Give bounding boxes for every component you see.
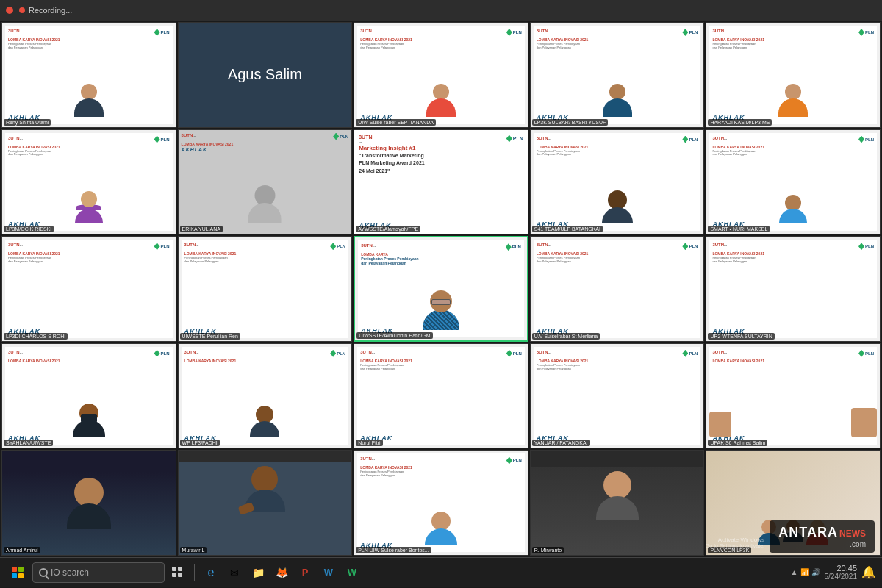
search-placeholder: IO search <box>51 567 89 578</box>
recording-indicator: Recording... <box>19 6 72 15</box>
wifi-icon: 📶 <box>800 568 809 576</box>
participant-name-1: Rehy Shinta Utami <box>4 119 51 126</box>
name-display: Agus Salim <box>228 66 302 83</box>
participant-name-9: S41 TEAM/ULP BATANGKAI <box>532 226 603 232</box>
video-tile-7: 3UTN... PLN LOMBA KARYA INOVASI 2021 AKH… <box>178 129 353 235</box>
video-tile-10: 3UTN... PLN LOMBA KARYA INOVASI 2021 Pen… <box>706 129 881 235</box>
participant-name-22: Murawir L <box>180 547 207 553</box>
participant-name-6: LP3M/OCIK RIESKI <box>4 226 54 232</box>
participant-name-19: YANUAR / FATANGKAI <box>532 440 590 446</box>
video-tile-20: 3UTN... PLN LOMBA KARYA INOVASI 2021 AKH… <box>706 343 881 449</box>
video-tile-17: 3UTN... PLN LOMBA KARYA INOVASI 2021 AKH… <box>178 343 353 449</box>
video-tile-19: 3UTN... PLN LOMBA KARYA INOVASI 2021 Pen… <box>530 343 705 449</box>
title-bar: Recording... <box>0 0 882 21</box>
video-tile-24: R. Mirwanto <box>530 450 705 556</box>
search-icon <box>39 568 48 577</box>
start-button[interactable] <box>6 561 29 584</box>
participant-name-5: HARYADI KASIM/LP3 MS <box>708 119 772 126</box>
file-explorer-button[interactable]: 📁 <box>248 562 268 583</box>
task-view-button[interactable] <box>168 562 188 583</box>
antara-watermark: ANTARA NEWS .com <box>770 520 875 553</box>
video-tile-3: 3UTN... PLN LOMBA KARYA INOVASI 2021 Pen… <box>354 22 528 128</box>
video-tile-6: 3UTN... PLN LOMBA KARYA INOVASI 2021 Pen… <box>1 129 176 235</box>
participant-name-13: UIWSSTE/Awaluddin Hafid/GM <box>356 332 433 339</box>
word-button[interactable]: W <box>318 562 339 583</box>
video-tile-2: Agus Salim <box>178 22 353 128</box>
svg-rect-2 <box>172 573 176 577</box>
powerpoint-button[interactable]: P <box>295 562 315 583</box>
video-tile-18: 3UTN... PLN LOMBA KARYA INOVASI 2021 Pen… <box>354 343 528 449</box>
participant-name-17: WP LP3/FADHI <box>180 440 220 446</box>
window-control <box>6 7 13 14</box>
video-tile-21: Ahmad Amirul <box>1 450 176 556</box>
edge-button[interactable]: e <box>201 562 221 583</box>
rec-dot <box>19 7 25 13</box>
tray-icon-1: ▲ <box>791 568 798 576</box>
participant-name-15: UR2 WTENFA SULTAYRIN <box>708 333 774 340</box>
activate-windows: Activate Windows Go to Settings to activ… <box>706 537 764 548</box>
time-display: 20:45 <box>825 564 858 573</box>
video-tile-5: 3UTN... PLN LOMBA KARYA INOVASI 2021 Pen… <box>706 22 881 128</box>
app-button[interactable]: W <box>342 562 362 583</box>
antara-news: NEWS <box>839 528 866 539</box>
participant-name-11: LP3DI CHARLOS S ROHI <box>4 333 68 340</box>
video-tile-8: 3UTN... PLN Marketing Insight #1"Transfo… <box>354 129 528 235</box>
participant-name-10: SMART • NURI MAKSEL <box>708 226 770 232</box>
participant-name-16: SYAHLAN/UIWSTE <box>4 440 53 446</box>
taskbar-search[interactable]: IO search <box>32 562 165 583</box>
video-tile-23: 3UTN... PLN LOMBA KARYA INOVASI 2021 Pen… <box>354 450 528 556</box>
video-grid: 3UTN... PLN LOMBA KARYA INOVASI 2021 Pen… <box>0 21 882 557</box>
taskbar: IO search e ✉ 📁 🦊 P W W <box>0 557 882 587</box>
video-tile-11: 3UTN... PLN LOMBA KARYA INOVASI 2021 Pen… <box>1 236 176 342</box>
app-container: Recording... 3UTN... PLN LOMBA KARYA INO… <box>0 0 882 588</box>
mail-button[interactable]: ✉ <box>224 562 245 583</box>
svg-rect-1 <box>178 567 182 571</box>
video-tile-1: 3UTN... PLN LOMBA KARYA INOVASI 2021 Pen… <box>1 22 176 128</box>
date-display: 5/24/2021 <box>825 573 858 581</box>
video-tile-13: 3UTN... PLN LOMBA KARYAPeningkatan Prose… <box>354 236 528 342</box>
participant-name-12: UIWSSTE Perul ian Ren <box>180 333 240 340</box>
antara-title: ANTARA <box>778 525 838 540</box>
antara-domain: .com <box>778 540 866 548</box>
bumn-logo: 3UTN... <box>8 29 23 36</box>
video-tile-15: 3UTN... PLN LOMBA KARYA INOVASI 2021 Pen… <box>706 236 881 342</box>
clock: 20:45 5/24/2021 <box>825 564 858 581</box>
svg-rect-0 <box>172 567 176 571</box>
participant-name-3: UIW Sulse raber SEPTIANANDA <box>356 119 436 126</box>
recording-label: Recording... <box>29 6 72 15</box>
participant-name-8: AYWSSTE/Alamsyah/FPE <box>356 226 420 232</box>
notification-button[interactable]: 🔔 <box>861 565 876 579</box>
participant-name-21: Ahmad Amirul <box>4 547 40 553</box>
participant-name-18: Nurul Fitri <box>356 440 382 446</box>
video-tile-9: 3UTN... PLN LOMBA KARYA INOVASI 2021 Pen… <box>530 129 705 235</box>
participant-name-23: PLN UIW Sulse raber Bontos... <box>356 547 431 553</box>
participant-name-4: LP3K SULBAR/ BASRI YUSUF <box>532 119 609 126</box>
taskbar-right: ▲ 📶 🔊 20:45 5/24/2021 🔔 <box>791 564 876 581</box>
video-tile-4: 3UTN... PLN LOMBA KARYA INOVASI 2021 Pen… <box>530 22 705 128</box>
video-tile-16: 3UTN... PLN LOMBA KARYA INOVASI 2021 AKH… <box>1 343 176 449</box>
video-tile-12: 3UTN... PLN LOMBA KARYA INOVASI 2021 Pen… <box>178 236 353 342</box>
participant-name-7: ERIKA YULIANA <box>180 226 223 232</box>
activate-line2: Go to Settings to activate. <box>706 543 764 548</box>
participant-name-14: U.V Sulselrabar St Merliana <box>532 333 600 340</box>
taskbar-divider-1 <box>194 564 195 581</box>
participant-name-24: R. Mirwanto <box>532 547 564 553</box>
firefox-button[interactable]: 🦊 <box>271 562 292 583</box>
participant-name-20: UPAK S6 Rahmat Salim <box>708 440 767 446</box>
activate-line1: Activate Windows <box>706 537 764 543</box>
volume-icon: 🔊 <box>811 568 820 576</box>
video-tile-14: 3UTN... PLN LOMBA KARYA INOVASI 2021 Pen… <box>530 236 705 342</box>
video-tile-22: Murawir L <box>178 450 353 556</box>
svg-rect-3 <box>178 573 182 577</box>
